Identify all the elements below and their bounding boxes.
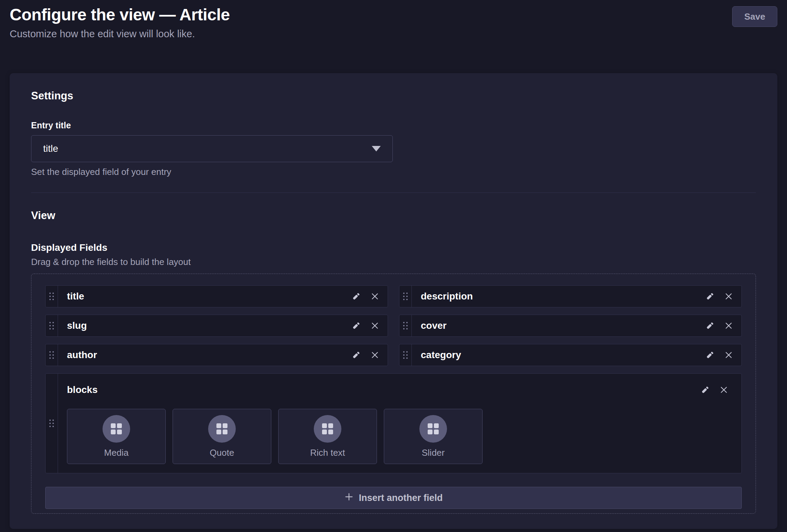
field-row-actions bbox=[702, 344, 741, 366]
field-row-actions bbox=[348, 286, 388, 307]
component-card-quote[interactable]: Quote bbox=[173, 409, 271, 464]
cross-icon bbox=[724, 292, 733, 301]
settings-heading: Settings bbox=[31, 90, 756, 102]
component-icon-circle bbox=[314, 415, 341, 443]
pencil-icon bbox=[705, 292, 715, 301]
pencil-icon bbox=[351, 292, 361, 301]
edit-field-button[interactable] bbox=[348, 318, 364, 334]
field-row-title[interactable]: title bbox=[45, 285, 388, 307]
field-label: author bbox=[58, 344, 348, 366]
component-icon-circle bbox=[419, 415, 447, 443]
field-label: title bbox=[58, 286, 348, 307]
edit-field-button[interactable] bbox=[348, 288, 364, 304]
component-icon-circle bbox=[208, 415, 236, 443]
component-card-rich-text[interactable]: Rich text bbox=[278, 409, 377, 464]
delete-field-button[interactable] bbox=[721, 347, 737, 363]
entry-title-select[interactable]: title bbox=[31, 135, 393, 162]
drag-handle[interactable] bbox=[46, 286, 58, 307]
field-row-slug[interactable]: slug bbox=[45, 315, 388, 337]
component-label: Slider bbox=[422, 447, 445, 458]
blocks-content: blocks bbox=[58, 374, 741, 473]
drag-dots-icon bbox=[403, 293, 408, 300]
component-label: Rich text bbox=[310, 447, 345, 458]
pencil-icon bbox=[351, 321, 361, 331]
displayed-fields-hint: Drag & drop the fields to build the layo… bbox=[31, 256, 756, 267]
entry-title-select-value: title bbox=[43, 143, 58, 154]
section-divider bbox=[31, 193, 756, 193]
field-label: category bbox=[412, 344, 702, 366]
component-card-slider[interactable]: Slider bbox=[384, 409, 483, 464]
cross-icon bbox=[370, 321, 379, 330]
drag-handle[interactable] bbox=[399, 344, 412, 366]
cross-icon bbox=[370, 351, 379, 359]
field-row-author[interactable]: author bbox=[45, 344, 388, 366]
field-row-cover[interactable]: cover bbox=[399, 315, 742, 337]
edit-field-button[interactable] bbox=[702, 288, 718, 304]
drag-handle[interactable] bbox=[46, 374, 58, 473]
component-icon-circle bbox=[103, 415, 130, 443]
page-header: Configure the view — Article Customize h… bbox=[0, 0, 787, 40]
field-row-actions bbox=[697, 382, 737, 398]
drag-dots-icon bbox=[49, 293, 54, 300]
view-heading: View bbox=[31, 209, 756, 222]
field-row-blocks[interactable]: blocks bbox=[45, 373, 742, 473]
fields-dropzone: title description bbox=[31, 274, 756, 514]
save-button[interactable]: Save bbox=[732, 6, 777, 27]
pencil-icon bbox=[705, 321, 715, 331]
edit-field-button[interactable] bbox=[697, 382, 713, 398]
cross-icon bbox=[719, 385, 728, 394]
component-label: Quote bbox=[210, 447, 234, 458]
delete-field-button[interactable] bbox=[367, 318, 383, 334]
drag-dots-icon bbox=[403, 351, 408, 359]
entry-title-hint: Set the displayed field of your entry bbox=[31, 166, 756, 177]
drag-dots-icon bbox=[403, 322, 408, 329]
delete-field-button[interactable] bbox=[367, 288, 383, 304]
pencil-icon bbox=[351, 350, 361, 360]
delete-field-button[interactable] bbox=[716, 382, 732, 398]
edit-field-button[interactable] bbox=[702, 347, 718, 363]
insert-another-field-label: Insert another field bbox=[359, 493, 443, 503]
plus-icon bbox=[344, 492, 354, 504]
grid-icon bbox=[428, 423, 439, 434]
delete-field-button[interactable] bbox=[721, 288, 737, 304]
pencil-icon bbox=[705, 350, 715, 360]
grid-icon bbox=[322, 423, 333, 434]
field-row-actions bbox=[702, 315, 741, 336]
displayed-fields-heading: Displayed Fields bbox=[31, 242, 756, 254]
grid-icon bbox=[111, 423, 122, 434]
field-row-actions bbox=[348, 315, 388, 336]
drag-dots-icon bbox=[49, 420, 54, 427]
pencil-icon bbox=[700, 385, 710, 395]
field-label: description bbox=[412, 286, 702, 307]
page-header-text: Configure the view — Article Customize h… bbox=[10, 5, 230, 40]
cross-icon bbox=[724, 351, 733, 359]
insert-another-field-button[interactable]: Insert another field bbox=[45, 487, 742, 509]
edit-field-button[interactable] bbox=[348, 347, 364, 363]
delete-field-button[interactable] bbox=[367, 347, 383, 363]
edit-field-button[interactable] bbox=[702, 318, 718, 334]
drag-handle[interactable] bbox=[46, 315, 58, 336]
field-row-actions bbox=[348, 344, 388, 366]
component-cards: Media Quote Rich text bbox=[67, 409, 737, 464]
component-label: Media bbox=[104, 447, 129, 458]
blocks-header: blocks bbox=[67, 382, 737, 398]
field-row-description[interactable]: description bbox=[399, 285, 742, 307]
page-title: Configure the view — Article bbox=[10, 5, 230, 25]
field-row-category[interactable]: category bbox=[399, 344, 742, 366]
page-subtitle: Customize how the edit view will look li… bbox=[10, 28, 230, 40]
caret-down-icon bbox=[372, 146, 381, 151]
field-label: slug bbox=[58, 315, 348, 336]
component-card-media[interactable]: Media bbox=[67, 409, 166, 464]
drag-handle[interactable] bbox=[399, 315, 412, 336]
delete-field-button[interactable] bbox=[721, 318, 737, 334]
entry-title-label: Entry title bbox=[31, 120, 756, 130]
cross-icon bbox=[724, 321, 733, 330]
drag-dots-icon bbox=[49, 351, 54, 359]
cross-icon bbox=[370, 292, 379, 301]
field-row-actions bbox=[702, 286, 741, 307]
field-label: cover bbox=[412, 315, 702, 336]
configure-view-card: Settings Entry title title Set the displ… bbox=[10, 73, 777, 529]
drag-dots-icon bbox=[49, 322, 54, 329]
drag-handle[interactable] bbox=[399, 286, 412, 307]
drag-handle[interactable] bbox=[46, 344, 58, 366]
